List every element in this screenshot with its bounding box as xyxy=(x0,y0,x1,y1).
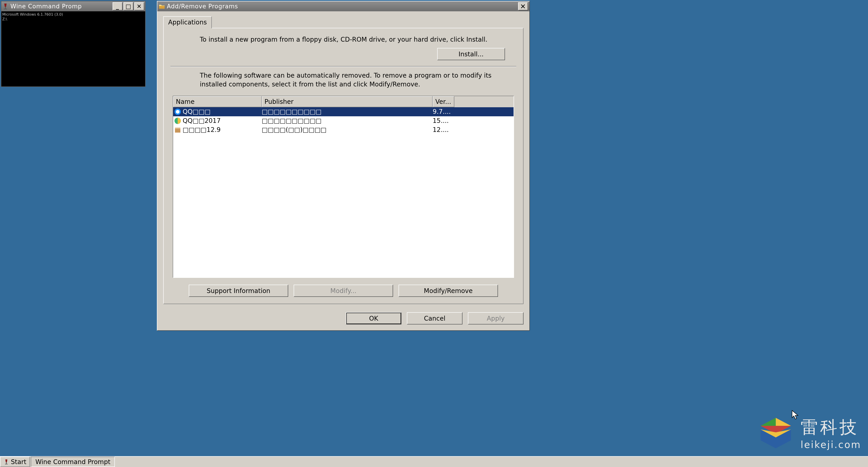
cell-publisher: □□□□□□□□□□ xyxy=(262,108,433,115)
svg-rect-5 xyxy=(175,128,180,133)
cell-name: QQ□□□ xyxy=(183,108,262,115)
maximize-button[interactable]: □ xyxy=(123,2,133,10)
console-window: Wine Command Promp _ □ ✕ Microsoft Windo… xyxy=(1,1,146,87)
col-name[interactable]: Name xyxy=(173,96,262,107)
watermark-text-small: leikeji.com xyxy=(801,439,861,450)
console-titlebar[interactable]: Wine Command Promp _ □ ✕ xyxy=(1,1,145,11)
svg-marker-9 xyxy=(761,418,776,426)
col-version[interactable]: Ver... xyxy=(433,96,454,107)
svg-rect-6 xyxy=(175,127,180,129)
table-row[interactable]: □□□□12.9□□□□(□□)□□□□12.... xyxy=(173,125,514,135)
apply-button: Apply xyxy=(468,312,524,324)
tab-applications[interactable]: Applications xyxy=(163,16,212,28)
watermark: 雷科技 leikeji.com xyxy=(758,415,861,451)
remove-instructions: The following software can be automatica… xyxy=(173,71,514,89)
cell-publisher: □□□□(□□)□□□□ xyxy=(262,126,433,134)
cell-version: 9.7.... xyxy=(433,108,454,115)
svg-rect-14 xyxy=(5,464,8,464)
taskbar-item-console[interactable]: Wine Command Prompt xyxy=(31,457,115,467)
dialog-titlebar[interactable]: Add/Remove Programs ✕ xyxy=(157,1,529,11)
svg-point-3 xyxy=(176,110,180,114)
install-instructions: To install a new program from a floppy d… xyxy=(173,35,514,44)
support-info-button[interactable]: Support Information xyxy=(189,285,288,297)
add-remove-dialog: Add/Remove Programs ✕ Applications To in… xyxy=(157,1,530,331)
close-button[interactable]: ✕ xyxy=(134,2,144,10)
cell-version: 12.... xyxy=(433,126,454,134)
start-label: Start xyxy=(11,458,26,466)
col-publisher[interactable]: Publisher xyxy=(262,96,433,107)
ok-button[interactable]: OK xyxy=(346,312,401,324)
app-icon xyxy=(174,117,181,124)
wine-icon xyxy=(4,459,9,465)
cell-name: □□□□12.9 xyxy=(183,126,262,134)
console-title-text: Wine Command Promp xyxy=(10,3,82,10)
taskbar: Start Wine Command Prompt xyxy=(0,456,868,467)
divider xyxy=(170,66,516,67)
cancel-button[interactable]: Cancel xyxy=(407,312,463,324)
install-button[interactable]: Install... xyxy=(437,48,505,60)
cell-publisher: □□□□□□□□□□ xyxy=(262,117,433,124)
cell-name: QQ□□2017 xyxy=(183,117,262,124)
folder-icon xyxy=(159,3,165,9)
minimize-button[interactable]: _ xyxy=(113,2,123,10)
wine-icon xyxy=(2,3,8,9)
app-icon xyxy=(174,126,181,134)
app-icon xyxy=(174,108,181,115)
dialog-close-button[interactable]: ✕ xyxy=(518,2,528,10)
svg-rect-13 xyxy=(6,462,7,464)
cell-version: 15.... xyxy=(433,117,454,124)
modify-remove-button[interactable]: Modify/Remove xyxy=(399,285,498,297)
modify-button: Modify... xyxy=(293,285,393,297)
tab-panel: To install a new program from a floppy d… xyxy=(163,28,524,304)
mouse-cursor-icon xyxy=(792,410,799,420)
program-list: Name Publisher Ver... QQ□□□□□□□□□□□□□9.7… xyxy=(173,96,514,278)
console-body[interactable]: Microsoft Windows 6.1.7601 (3.0) Z:\ xyxy=(1,11,145,86)
svg-rect-0 xyxy=(5,7,6,9)
svg-rect-1 xyxy=(4,9,7,9)
dialog-title-text: Add/Remove Programs xyxy=(167,3,238,10)
watermark-text-big: 雷科技 xyxy=(801,416,861,439)
watermark-logo-icon xyxy=(758,415,794,451)
table-row[interactable]: QQ□□□□□□□□□□□□□9.7.... xyxy=(173,107,514,116)
svg-marker-8 xyxy=(776,418,791,426)
table-row[interactable]: QQ□□2017□□□□□□□□□□15.... xyxy=(173,116,514,125)
start-button[interactable]: Start xyxy=(0,457,30,467)
list-header: Name Publisher Ver... xyxy=(173,96,514,107)
